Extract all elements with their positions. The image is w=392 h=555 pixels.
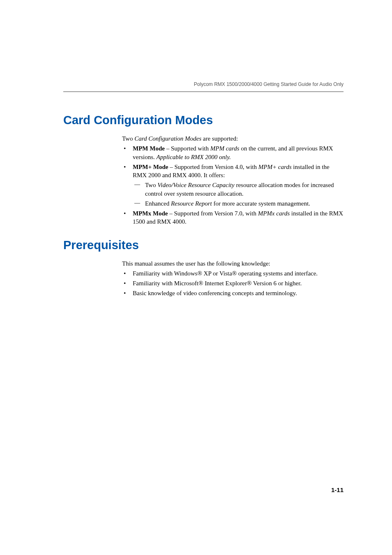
text: – Supported with [165, 145, 210, 152]
section2-list: Familiarity with Windows® XP or Vista® o… [122, 269, 344, 298]
text: are supported: [201, 135, 238, 142]
section1-intro: Two Card Configuration Modes are support… [122, 134, 344, 143]
text-bold: MPMx Mode [133, 210, 168, 217]
text: Two [122, 135, 134, 142]
list-item: MPMx Mode – Supported from Version 7.0, … [122, 209, 344, 226]
list-item: Basic knowledge of video conferencing co… [122, 289, 344, 297]
list-item: MPM Mode – Supported with MPM cards on t… [122, 144, 344, 161]
text-italic: Video/Voice Resource Capacity [157, 182, 234, 188]
text: – Supported from Version 4.0, with [168, 164, 258, 170]
text-italic: MPM+ cards [258, 164, 292, 170]
section-heading-card-configuration-modes: Card Configuration Modes [63, 113, 344, 127]
section1-list: MPM Mode – Supported with MPM cards on t… [122, 144, 344, 226]
section-heading-prerequisites: Prerequisites [63, 238, 344, 252]
text: for more accurate system management. [212, 200, 310, 207]
text: Two [145, 182, 157, 188]
running-header: Polycom RMX 1500/2000/4000 Getting Start… [63, 81, 344, 87]
text-bold: MPM+ Mode [133, 164, 168, 170]
text-italic: Card Configuration Modes [134, 135, 201, 142]
section2-intro: This manual assumes the user has the fol… [122, 259, 344, 268]
section1-sublist: Two Video/Voice Resource Capacity resour… [133, 181, 344, 208]
list-item: MPM+ Mode – Supported from Version 4.0, … [122, 163, 344, 208]
list-item: Two Video/Voice Resource Capacity resour… [133, 181, 344, 198]
text-italic: MPM cards [210, 145, 240, 152]
text-italic: MPMx cards [258, 210, 290, 217]
text: Enhanced [145, 200, 171, 207]
text-italic: Resource Report [171, 200, 212, 207]
list-item: Enhanced Resource Report for more accura… [133, 199, 344, 208]
header-divider [63, 91, 344, 92]
list-item: Familiarity with Windows® XP or Vista® o… [122, 269, 344, 278]
list-item: Familiarity with Microsoft® Internet Exp… [122, 279, 344, 287]
text-italic: Applicable to RMX 2000 only. [157, 154, 231, 160]
text-bold: MPM Mode [133, 145, 165, 152]
text: – Supported from Version 7.0, with [168, 210, 258, 217]
page-number: 1-11 [331, 486, 344, 493]
